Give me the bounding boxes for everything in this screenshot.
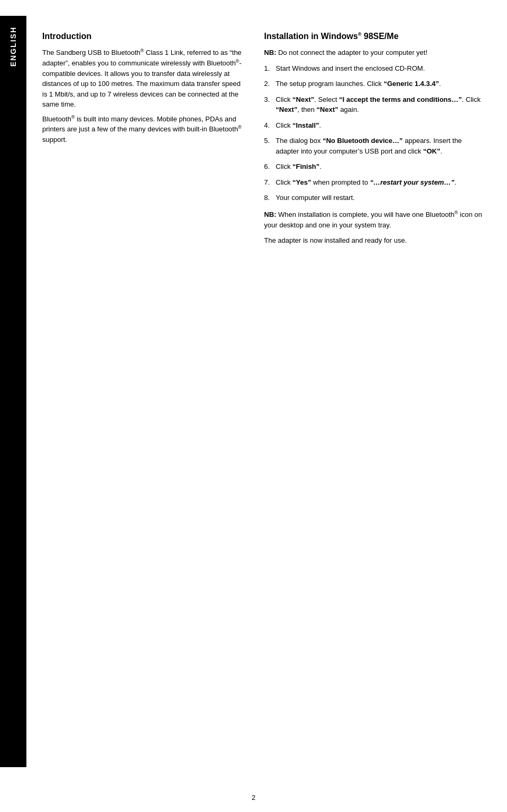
install-title: Installation in Windows® 98SE/Me [264, 32, 486, 41]
step-1-number: 1. [264, 63, 276, 74]
step-8-number: 8. [264, 193, 276, 203]
step-4: 4. Click “Install”. [264, 120, 486, 131]
step-2-content: The setup program launches. Click “Gener… [276, 79, 486, 89]
intro-title: Introduction [42, 32, 243, 41]
page-number: 2 [251, 794, 255, 801]
step-6-number: 6. [264, 161, 276, 172]
step-6: 6. Click “Finish”. [264, 161, 486, 172]
nb-bottom-text: NB: When installation is complete, you w… [264, 209, 486, 230]
intro-paragraph-2: Bluetooth® is built into many devices. M… [42, 114, 243, 145]
step-4-number: 4. [264, 120, 276, 131]
step-5-ok: “OK” [423, 147, 440, 155]
step-5-number: 5. [264, 136, 276, 156]
intro-paragraph-1: The Sandberg USB to Bluetooth® Class 1 L… [42, 47, 243, 110]
step-7-number: 7. [264, 177, 276, 188]
step-2: 2. The setup program launches. Click “Ge… [264, 79, 486, 89]
step-7-restart: “…restart your system…” [370, 178, 455, 186]
step-5: 5. The dialog box “No Bluetooth device…”… [264, 136, 486, 156]
step-3-content: Click “Next”. Select “I accept the terms… [276, 94, 486, 115]
step-3: 3. Click “Next”. Select “I accept the te… [264, 94, 486, 115]
left-column: Introduction The Sandberg USB to Bluetoo… [42, 32, 243, 751]
step-1-content: Start Windows and insert the enclosed CD… [276, 63, 486, 74]
step-1: 1. Start Windows and insert the enclosed… [264, 63, 486, 74]
right-column: Installation in Windows® 98SE/Me NB: Do … [264, 32, 486, 751]
nb-top-label: NB: [264, 49, 276, 56]
step-7-content: Click “Yes” when prompted to “…restart y… [276, 177, 486, 188]
step-5-dialog: “No Bluetooth device…” [323, 137, 403, 145]
install-steps: 1. Start Windows and insert the enclosed… [264, 63, 486, 203]
sidebar: ENGLISH [0, 16, 26, 767]
closing-text: The adapter is now installed and ready f… [264, 235, 486, 246]
step-4-install: “Install” [293, 121, 320, 129]
nb-top: NB: Do not connect the adapter to your c… [264, 47, 486, 58]
step-6-finish: “Finish” [293, 163, 320, 170]
step-8: 8. Your computer will restart. [264, 193, 486, 203]
step-7-yes: “Yes” [293, 178, 311, 186]
step-3-next2: “Next” [276, 106, 297, 113]
step-2-number: 2. [264, 79, 276, 89]
step-6-content: Click “Finish”. [276, 161, 486, 172]
page-footer: 2 [0, 783, 507, 812]
nb-top-text: NB: Do not connect the adapter to your c… [264, 47, 486, 58]
step-8-content: Your computer will restart. [276, 193, 486, 203]
main-content: Introduction The Sandberg USB to Bluetoo… [26, 16, 507, 767]
step-3-terms: “I accept the terms and conditions…” [339, 95, 462, 103]
sidebar-label: ENGLISH [9, 26, 17, 66]
content-area: ENGLISH Introduction The Sandberg USB to… [0, 0, 507, 783]
step-7: 7. Click “Yes” when prompted to “…restar… [264, 177, 486, 188]
step-4-content: Click “Install”. [276, 120, 486, 131]
step-3-number: 3. [264, 94, 276, 115]
nb-bottom-label: NB: [264, 211, 276, 218]
page-container: ENGLISH Introduction The Sandberg USB to… [0, 0, 507, 812]
step-3-next3: “Next” [316, 106, 338, 113]
step-3-next1: “Next” [293, 95, 314, 103]
nb-bottom: NB: When installation is complete, you w… [264, 209, 486, 230]
step-5-content: The dialog box “No Bluetooth device…” ap… [276, 136, 486, 156]
step-2-bold: “Generic 1.4.3.4” [383, 80, 439, 88]
